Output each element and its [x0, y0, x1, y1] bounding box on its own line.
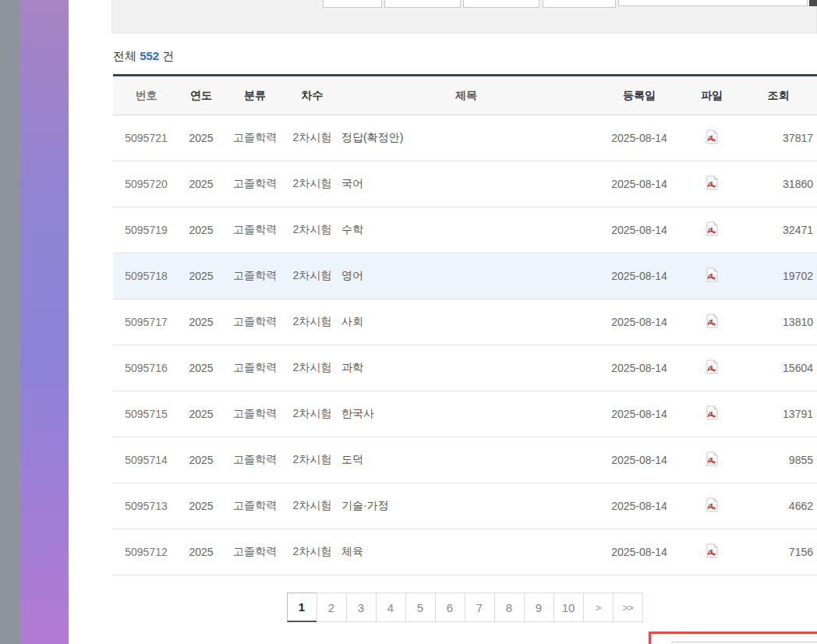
cell-date: 2025-08-14 [595, 270, 684, 282]
cell-round: 2차시험 [287, 545, 338, 559]
search-input[interactable] [618, 0, 808, 6]
left-purple-gradient-strip [20, 0, 69, 644]
table-row: 5095718 2025 고졸학력 2차시험 영어 2025-08-14 197… [113, 253, 817, 299]
page-button-5[interactable]: 5 [405, 593, 436, 622]
cell-round: 2차시험 [287, 131, 338, 145]
round-filter-select[interactable]: 차수 [463, 0, 539, 8]
cell-date: 2025-08-14 [595, 316, 684, 328]
post-title-link[interactable]: 체육 [338, 545, 595, 559]
post-title-link[interactable]: 수학 [338, 223, 595, 237]
cell-date: 2025-08-14 [595, 362, 684, 374]
pdf-file-icon[interactable] [706, 543, 719, 561]
header-views: 조회 [740, 89, 817, 103]
pdf-file-icon[interactable] [706, 313, 719, 331]
header-file: 파일 [684, 89, 740, 103]
pdf-file-icon[interactable] [706, 405, 719, 423]
header-no: 번호 [113, 89, 179, 103]
cell-no: 5095717 [113, 316, 179, 328]
cell-year: 2025 [179, 454, 223, 466]
cell-views: 19702 [740, 270, 817, 282]
search-button[interactable] [809, 0, 817, 6]
search-filter-bar: 연도 분류 차수 제목 [111, 0, 817, 34]
cell-category: 고졸학력 [223, 223, 287, 237]
table-row: 5095712 2025 고졸학력 2차시험 체육 2025-08-14 715… [113, 529, 817, 575]
cell-year: 2025 [179, 546, 223, 558]
cell-date: 2025-08-14 [595, 500, 684, 512]
header-round: 차수 [287, 89, 338, 103]
post-title-link[interactable]: 국어 [338, 177, 595, 191]
cell-year: 2025 [179, 178, 223, 190]
cell-views: 13810 [740, 316, 817, 328]
cell-year: 2025 [179, 362, 223, 374]
pdf-file-icon[interactable] [706, 221, 719, 239]
post-title-link[interactable]: 한국사 [338, 407, 595, 421]
post-title-link[interactable]: 영어 [338, 269, 595, 283]
table-row: 5095717 2025 고졸학력 2차시험 사회 2025-08-14 138… [113, 299, 817, 345]
header-year: 연도 [179, 89, 223, 103]
page-button-4[interactable]: 4 [376, 593, 406, 622]
cell-category: 고졸학력 [223, 545, 287, 559]
cell-year: 2025 [179, 224, 223, 236]
table-row: 5095714 2025 고졸학력 2차시험 도덕 2025-08-14 985… [113, 437, 817, 483]
post-title-link[interactable]: 사회 [338, 315, 595, 329]
cell-year: 2025 [179, 132, 223, 144]
cell-category: 고졸학력 [223, 407, 287, 421]
last-page-button[interactable]: >> [613, 593, 643, 622]
cell-views: 15604 [740, 362, 817, 374]
year-filter-select[interactable]: 연도 [323, 0, 382, 8]
cell-views: 4662 [740, 500, 817, 512]
cell-date: 2025-08-14 [595, 546, 684, 558]
page-button-10[interactable]: 10 [554, 593, 584, 622]
page-button-8[interactable]: 8 [494, 593, 525, 622]
table-header-row: 번호 연도 분류 차수 제목 등록일 파일 조회 [113, 76, 817, 115]
left-gray-strip [0, 0, 20, 644]
red-highlight-callout [649, 632, 817, 644]
page: 연도 분류 차수 제목 전체 552 건 번호 연도 분류 [0, 0, 817, 644]
post-title-link[interactable]: 과학 [338, 361, 595, 375]
cell-no: 5095715 [113, 408, 179, 420]
page-button-7[interactable]: 7 [465, 593, 495, 622]
pdf-file-icon[interactable] [706, 129, 719, 147]
pdf-file-icon[interactable] [706, 267, 719, 285]
board-table: 번호 연도 분류 차수 제목 등록일 파일 조회 5095721 2025 고졸… [113, 74, 817, 575]
cell-views: 7156 [740, 546, 817, 558]
pdf-file-icon[interactable] [706, 451, 719, 469]
header-title: 제목 [338, 89, 595, 103]
post-title-link[interactable]: 도덕 [338, 453, 595, 467]
cell-round: 2차시험 [287, 407, 338, 421]
cell-date: 2025-08-14 [595, 408, 684, 420]
year-filter-label: 연도 [331, 0, 355, 2]
cell-no: 5095714 [113, 454, 179, 466]
cell-year: 2025 [179, 408, 223, 420]
cell-category: 고졸학력 [223, 269, 287, 283]
page-button-9[interactable]: 9 [524, 593, 554, 622]
page-button-6[interactable]: 6 [435, 593, 465, 622]
cell-category: 고졸학력 [223, 499, 287, 513]
pagination: 12345678910>>> [113, 593, 817, 622]
header-category: 분류 [223, 89, 287, 103]
cell-date: 2025-08-14 [595, 224, 684, 236]
cell-round: 2차시험 [287, 361, 338, 375]
cell-year: 2025 [179, 270, 223, 282]
title-filter-select[interactable]: 제목 [543, 0, 616, 8]
cell-views: 13791 [740, 408, 817, 420]
cell-category: 고졸학력 [223, 361, 287, 375]
post-title-link[interactable]: 기술·가정 [338, 499, 595, 513]
post-title-link[interactable]: 정답(확정안) [338, 131, 595, 145]
page-button-3[interactable]: 3 [346, 593, 377, 622]
cell-category: 고졸학력 [223, 177, 287, 191]
page-button-1[interactable]: 1 [287, 593, 317, 622]
category-filter-select[interactable]: 분류 [384, 0, 461, 8]
cell-no: 5095713 [113, 500, 179, 512]
pdf-file-icon[interactable] [706, 497, 719, 515]
pdf-file-icon[interactable] [706, 175, 719, 193]
next-page-button[interactable]: > [583, 593, 614, 622]
cell-views: 31860 [740, 178, 817, 190]
cell-no: 5095716 [113, 362, 179, 374]
pdf-file-icon[interactable] [706, 359, 719, 377]
cell-round: 2차시험 [287, 499, 338, 513]
category-filter-label: 분류 [393, 0, 416, 2]
cell-category: 고졸학력 [223, 315, 287, 329]
table-row: 5095721 2025 고졸학력 2차시험 정답(확정안) 2025-08-1… [113, 115, 817, 161]
page-button-2[interactable]: 2 [317, 593, 347, 622]
